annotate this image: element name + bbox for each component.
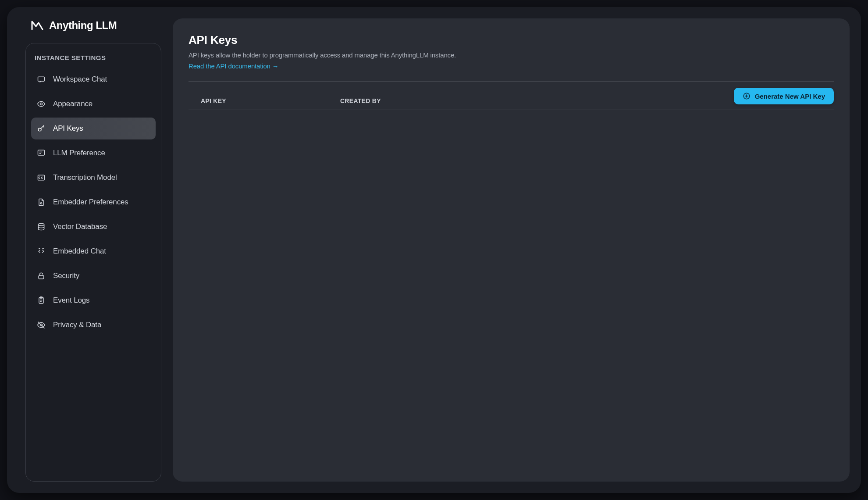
sidebar-item-label: LLM Preference [53,149,105,157]
sidebar-item-label: Privacy & Data [53,321,101,329]
table-toolbar: API KEY CREATED BY Generate New API Key [189,88,834,110]
svg-point-2 [38,128,41,131]
svg-rect-7 [39,275,44,279]
svg-point-5 [40,203,42,204]
sidebar-item-llm-preference[interactable]: LLM Preference [31,142,156,164]
table-column-headers: API KEY CREATED BY [189,97,734,104]
eyeoff-icon [36,320,46,330]
chat-icon [36,75,46,84]
sidebar-item-embedded-chat[interactable]: Embedded Chat [31,240,156,262]
sidebar-item-event-logs[interactable]: Event Logs [31,289,156,311]
generate-api-key-label: Generate New API Key [755,93,825,100]
eye-icon [36,99,46,109]
sidebar-heading: INSTANCE SETTINGS [31,52,156,66]
sidebar-item-label: Embedded Chat [53,247,106,256]
logo-icon [31,20,44,31]
sidebar-nav-list: Workspace ChatAppearanceAPI KeysLLM Pref… [31,68,156,336]
sidebar-item-label: Security [53,271,79,280]
sidebar-item-label: Workspace Chat [53,75,107,84]
column-header-createdby: CREATED BY [340,97,381,104]
svg-point-1 [40,103,43,105]
section-divider [189,81,834,82]
plus-circle-icon [743,92,751,100]
sidebar-item-label: Event Logs [53,296,89,305]
generate-api-key-button[interactable]: Generate New API Key [734,88,834,104]
sidebar-item-label: Vector Database [53,222,107,231]
sidebar-item-vector-database[interactable]: Vector Database [31,216,156,238]
brand-name: Anything LLM [49,19,117,32]
database-icon [36,222,46,232]
sidebar: INSTANCE SETTINGS Workspace ChatAppearan… [25,43,161,482]
key-icon [36,124,46,133]
svg-rect-3 [38,150,45,155]
sidebar-item-label: API Keys [53,124,83,133]
page-title: API Keys [189,33,834,47]
sidebar-item-workspace-chat[interactable]: Workspace Chat [31,68,156,90]
sidebar-item-embedder-preferences[interactable]: Embedder Preferences [31,191,156,213]
lock-icon [36,271,46,281]
page-description: API keys allow the holder to programmati… [189,51,834,59]
svg-rect-0 [38,77,45,81]
cc-icon [36,173,46,182]
sidebar-item-security[interactable]: Security [31,265,156,287]
sidebar-item-appearance[interactable]: Appearance [31,93,156,115]
main-panel: API Keys API keys allow the holder to pr… [173,18,850,482]
left-column: Anything LLM INSTANCE SETTINGS Workspace… [25,18,161,482]
app-frame: Anything LLM INSTANCE SETTINGS Workspace… [7,7,861,493]
message-icon [36,148,46,158]
code-icon [36,246,46,256]
sidebar-item-api-keys[interactable]: API Keys [31,118,156,139]
sidebar-item-transcription-model[interactable]: Transcription Model [31,167,156,189]
sidebar-item-privacy-data[interactable]: Privacy & Data [31,314,156,336]
svg-point-6 [38,224,44,226]
column-header-apikey: API KEY [189,97,226,104]
file-icon [36,197,46,207]
clipboard-icon [36,296,46,305]
sidebar-item-label: Appearance [53,100,92,108]
sidebar-item-label: Embedder Preferences [53,198,128,207]
api-docs-link[interactable]: Read the API documentation → [189,62,834,70]
sidebar-item-label: Transcription Model [53,173,117,182]
brand: Anything LLM [25,18,161,43]
